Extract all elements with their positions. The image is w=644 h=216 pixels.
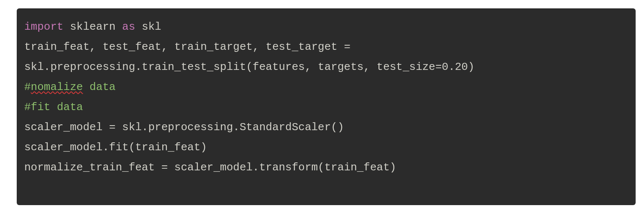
module-name: sklearn	[64, 21, 122, 33]
code-line-1: import sklearn as skl	[24, 21, 161, 33]
keyword-as: as	[122, 21, 135, 33]
code-line-4-comment: #nomalize data	[24, 81, 115, 93]
code-line-8: normalize_train_feat = scaler_model.tran…	[24, 161, 396, 174]
code-line-6: scaler_model = skl.preprocessing.Standar…	[24, 121, 344, 134]
code-line-5-comment: #fit data	[24, 101, 83, 113]
code-line-2: train_feat, test_feat, train_target, tes…	[24, 41, 357, 53]
code-line-3: skl.preprocessing.train_test_split(featu…	[24, 61, 475, 73]
comment-hash: #	[24, 81, 31, 93]
keyword-import: import	[24, 21, 64, 33]
code-editor[interactable]: import sklearn as skl train_feat, test_f…	[17, 8, 636, 205]
comment-rest: data	[83, 81, 115, 93]
spellcheck-squiggle: nomalize	[31, 81, 83, 93]
code-line-7: scaler_model.fit(train_feat)	[24, 141, 207, 154]
module-alias: skl	[135, 21, 161, 33]
